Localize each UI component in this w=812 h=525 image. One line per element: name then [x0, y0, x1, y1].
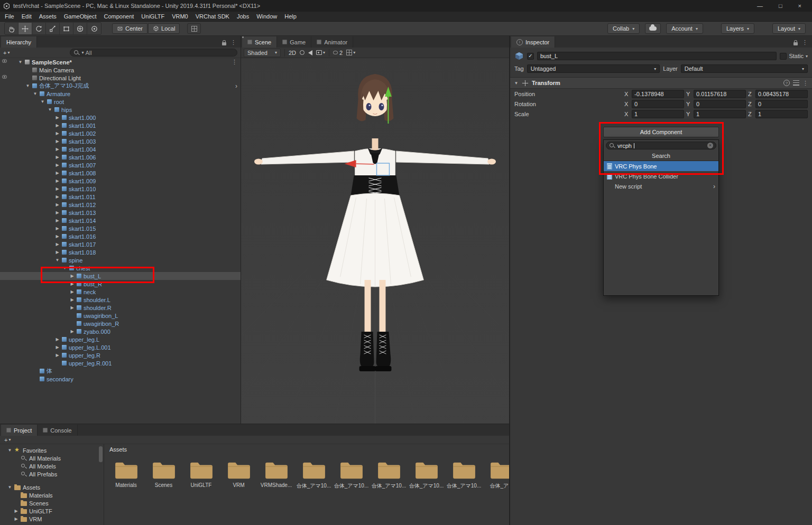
- move-gizmo-x-axis[interactable]: [356, 164, 374, 164]
- create-asset-button[interactable]: +: [4, 437, 7, 443]
- menu-item[interactable]: Window: [253, 12, 281, 22]
- static-toggle[interactable]: Static ▾: [780, 53, 808, 60]
- foldout-icon[interactable]: [70, 297, 75, 302]
- project-tree-item[interactable]: Scenes: [0, 499, 104, 507]
- grid-visibility-dropdown[interactable]: ▾: [346, 50, 355, 55]
- menu-item[interactable]: VRChat SDK: [192, 12, 233, 22]
- foldout-icon[interactable]: [55, 171, 60, 175]
- foldout-icon[interactable]: [55, 147, 60, 152]
- menu-item[interactable]: Edit: [18, 12, 35, 22]
- hierarchy-item[interactable]: skart1.008: [0, 169, 241, 177]
- axis-y-field[interactable]: 0: [694, 100, 746, 108]
- axis-x-field[interactable]: 1: [632, 110, 684, 118]
- active-checkbox[interactable]: ✓: [527, 53, 534, 60]
- hierarchy-item[interactable]: SampleScene*: [0, 58, 241, 66]
- hierarchy-item[interactable]: secondary: [0, 375, 241, 383]
- component-search-result[interactable]: New script ›: [604, 181, 718, 191]
- axis-x-field[interactable]: -0.1378948: [632, 90, 684, 98]
- add-component-button[interactable]: Add Component: [603, 127, 719, 137]
- presets-icon[interactable]: [793, 80, 799, 86]
- create-object-button[interactable]: + ▾: [3, 50, 10, 56]
- component-search-result[interactable]: VRC Phys Bone: [604, 161, 718, 171]
- scene-viewport[interactable]: [241, 58, 509, 424]
- hierarchy-item[interactable]: skart1.010: [0, 185, 241, 193]
- help-icon[interactable]: ?: [783, 80, 790, 86]
- foldout-icon[interactable]: [55, 353, 60, 358]
- menu-item[interactable]: Component: [100, 12, 137, 22]
- transform-tool-button[interactable]: [73, 23, 87, 34]
- scene-view-tab[interactable]: Scene: [242, 36, 277, 48]
- axis-x-field[interactable]: 0: [632, 100, 684, 108]
- asset-folder[interactable]: 合体_アマ10...: [333, 460, 370, 490]
- foldout-icon[interactable]: [7, 485, 12, 490]
- layers-button[interactable]: Layers ▾: [721, 23, 754, 34]
- foldout-icon[interactable]: [55, 179, 60, 183]
- axis-z-field[interactable]: 0.08435178: [755, 90, 808, 98]
- hierarchy-item[interactable]: skart1.014: [0, 217, 241, 224]
- collab-button[interactable]: Collab ▾: [607, 23, 640, 34]
- layout-button[interactable]: Layout ▾: [772, 23, 806, 34]
- foldout-icon[interactable]: [70, 305, 75, 310]
- axis-y-field[interactable]: 0.01157618: [694, 90, 746, 98]
- hierarchy-item[interactable]: bust_R: [0, 280, 241, 288]
- close-button[interactable]: ×: [798, 3, 801, 9]
- panel-menu-icon[interactable]: ⋮: [230, 39, 236, 46]
- object-name-field[interactable]: bust_L: [537, 52, 777, 60]
- foldout-icon[interactable]: [55, 163, 60, 167]
- grid-snapping-button[interactable]: [187, 23, 201, 34]
- foldout-icon[interactable]: [55, 139, 60, 144]
- menu-item[interactable]: GameObject: [60, 12, 100, 22]
- menu-item[interactable]: Assets: [35, 12, 60, 22]
- rotation-mode-button[interactable]: Local: [148, 23, 180, 34]
- foldout-icon[interactable]: [55, 337, 60, 342]
- axis-y-field[interactable]: 1: [694, 110, 746, 118]
- component-search-result[interactable]: VRC Phys Bone Collider: [604, 171, 718, 181]
- foldout-icon[interactable]: [55, 131, 60, 136]
- axis-z-field[interactable]: 1: [755, 110, 808, 118]
- hierarchy-item[interactable]: skart1.002: [0, 129, 241, 137]
- asset-folder[interactable]: VRM: [220, 460, 257, 490]
- hierarchy-item[interactable]: upper_leg.R: [0, 351, 241, 359]
- foldout-icon[interactable]: [55, 194, 60, 199]
- custom-tool-button[interactable]: [87, 23, 101, 34]
- hierarchy-item[interactable]: Directional Light: [0, 74, 241, 82]
- gameobject-cube-icon[interactable]: [514, 51, 524, 61]
- project-tree-item[interactable]: All Prefabs: [0, 470, 104, 478]
- scene-visibility-icon[interactable]: [2, 75, 7, 79]
- foldout-icon[interactable]: [40, 99, 45, 104]
- menu-item[interactable]: UniGLTF: [137, 12, 168, 22]
- transform-component-header[interactable]: Transform ? ⋮: [510, 77, 812, 89]
- scene-view-tab[interactable]: Animator: [311, 36, 353, 48]
- hierarchy-item[interactable]: skart1.012: [0, 201, 241, 209]
- asset-folder[interactable]: Materials: [107, 460, 145, 490]
- foldout-icon[interactable]: [55, 258, 60, 262]
- asset-folder[interactable]: 合体_ア...: [483, 460, 509, 490]
- hierarchy-item[interactable]: upper_leg.L.001: [0, 343, 241, 351]
- project-tree-item[interactable]: All Materials: [0, 454, 104, 462]
- pivot-mode-button[interactable]: Center: [112, 23, 147, 34]
- foldout-icon[interactable]: [14, 509, 19, 513]
- row-action-icon[interactable]: [232, 59, 241, 65]
- foldout-icon[interactable]: [55, 242, 60, 247]
- tab-inspector[interactable]: i Inspector: [511, 36, 555, 48]
- foldout-icon[interactable]: [55, 226, 60, 231]
- tab-hierarchy[interactable]: Hierarchy: [1, 36, 37, 48]
- scrollbar-thumb[interactable]: [99, 446, 103, 462]
- hierarchy-item[interactable]: skart1.016: [0, 232, 241, 240]
- project-tree-item[interactable]: Assets: [0, 483, 104, 491]
- lock-icon[interactable]: [222, 42, 226, 45]
- hierarchy-item[interactable]: upper_leg.L: [0, 335, 241, 343]
- hierarchy-item[interactable]: upper_leg.R.001: [0, 359, 241, 367]
- cloud-services-button[interactable]: [645, 23, 661, 34]
- layer-dropdown[interactable]: Default ▾: [681, 64, 808, 73]
- foldout-icon[interactable]: [55, 218, 60, 223]
- scene-visibility-icon[interactable]: [2, 59, 7, 63]
- asset-folder[interactable]: Scenes: [145, 460, 182, 490]
- pan-tool-button[interactable]: [5, 23, 19, 34]
- scale-tool-button[interactable]: [46, 23, 60, 34]
- rect-tool-button[interactable]: [60, 23, 73, 34]
- foldout-icon[interactable]: [33, 91, 38, 96]
- foldout-icon[interactable]: [55, 234, 60, 239]
- asset-folder[interactable]: VRMShade...: [257, 460, 295, 490]
- foldout-icon[interactable]: [55, 250, 60, 255]
